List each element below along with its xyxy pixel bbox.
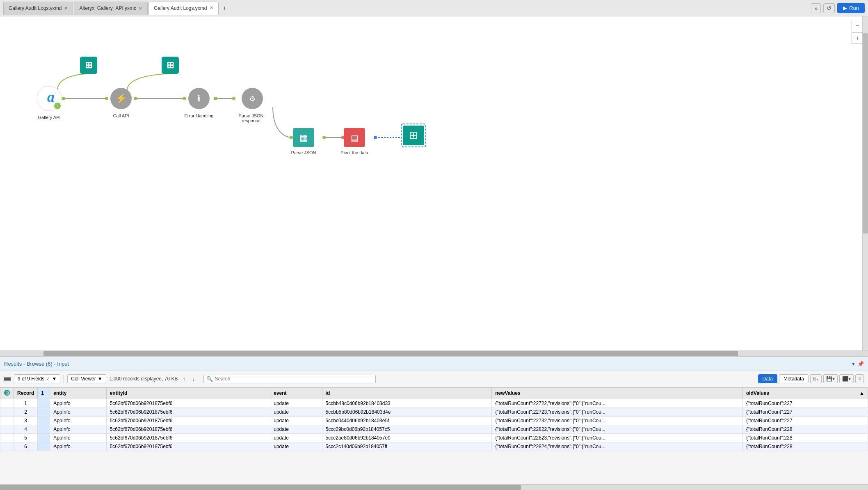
svg-text:⊞: ⊞ (5, 391, 9, 395)
cell-num (38, 442, 50, 451)
svg-point-10 (232, 97, 235, 100)
fields-count: 9 of 9 Fields (18, 376, 44, 382)
canvas-hscroll[interactable] (0, 350, 868, 356)
table-row[interactable]: 1 AppInfo 5c62bf670d06b9201875ebf6 updat… (0, 399, 868, 408)
svg-text:⚡: ⚡ (116, 93, 127, 104)
row-icon (0, 433, 14, 442)
cell-oldvalues: {"totalRunCount":227 (743, 399, 868, 408)
columns-button[interactable]: ≡ (855, 374, 864, 383)
tab-1[interactable]: Alteryx_Gallery_API.yxmc ✕ (74, 2, 148, 15)
export-button[interactable]: ⬛▾ (839, 374, 854, 383)
cell-entityid: 5c62bf670d06b9201875ebf6 (106, 442, 270, 451)
search-box[interactable]: 🔍 (203, 375, 376, 383)
cell-newvalues: {"totalRunCount":22824,"revisions":{"0":… (492, 442, 743, 451)
cell-viewer-selector[interactable]: Cell Viewer ▼ (67, 374, 106, 383)
copy-button[interactable]: ⎘▾ (810, 374, 822, 383)
svg-text:Parse JSON: Parse JSON (238, 113, 263, 118)
cell-entity: AppInfo (50, 408, 106, 416)
cell-oldvalues: {"totalRunCount":228 (743, 442, 868, 451)
cell-record: 4 (14, 425, 38, 433)
cell-event: update (270, 433, 322, 442)
tab-1-label: Alteryx_Gallery_API.yxmc (79, 5, 136, 11)
table-row[interactable]: 2 AppInfo 5c62bf670d06b9201875ebf6 updat… (0, 408, 868, 416)
cell-id: 5ccbc0440d06b92b18403e5f (322, 416, 492, 425)
cell-viewer-dropdown: ▼ (98, 376, 103, 382)
data-table-wrapper[interactable]: ⊞ Record 1 entity entityId event id newV… (0, 387, 868, 484)
bottom-hscroll[interactable] (0, 484, 868, 490)
svg-text:ℹ: ℹ (197, 94, 201, 103)
svg-point-11 (290, 136, 293, 139)
tab-0[interactable]: Gallery Audit Logs.yxmd ✕ (3, 2, 73, 15)
save-button[interactable]: 💾▾ (823, 374, 838, 383)
cell-newvalues: {"totalRunCount":22723,"revisions":{"0":… (492, 408, 743, 416)
error-handling-label: Error Handling (185, 113, 214, 118)
row-icon (0, 408, 14, 416)
pin-icon[interactable]: 📌 (857, 361, 864, 367)
cell-newvalues: {"totalRunCount":22732,"revisions":{"0":… (492, 416, 743, 425)
col-header-oldvalues[interactable]: oldValues ▲ (743, 387, 868, 399)
cell-newvalues: {"totalRunCount":22823,"revisions":{"0":… (492, 433, 743, 442)
cell-record: 5 (14, 433, 38, 442)
data-button[interactable]: Data (758, 374, 777, 383)
table-row[interactable]: 4 AppInfo 5c62bf670d06b9201875ebf6 updat… (0, 425, 868, 433)
zoom-plus-button[interactable]: + (852, 32, 863, 44)
tab-1-close[interactable]: ✕ (139, 6, 142, 11)
cell-id: 5ccbb48c0d06b92b18403d33 (322, 399, 492, 408)
col-header-event[interactable]: event (270, 387, 322, 399)
col-header-1: 1 (38, 387, 50, 399)
cell-id: 5ccc2c140d06b92b184057ff (322, 442, 492, 451)
data-toolbar: 9 of 9 Fields ✓ ▼ Cell Viewer ▼ 1,000 re… (0, 371, 868, 387)
col-header-id[interactable]: id (322, 387, 492, 399)
cell-entity: AppInfo (50, 399, 106, 408)
svg-text:⚙: ⚙ (249, 95, 256, 103)
data-meta-buttons: Data Metadata ⎘▾ 💾▾ ⬛▾ ≡ (758, 374, 864, 383)
tab-bar: Gallery Audit Logs.yxmd ✕ Alteryx_Galler… (0, 0, 868, 16)
tab-2-label: Gallery Audit Logs.yxmd (154, 5, 207, 11)
tab-2-close[interactable]: ✕ (210, 5, 213, 11)
search-input[interactable] (215, 376, 373, 382)
svg-text:⊞: ⊞ (409, 129, 418, 141)
svg-text:▤: ▤ (351, 133, 359, 142)
tab-bar-right: » ↺ ▶ Run (811, 3, 865, 13)
cell-num (38, 416, 50, 425)
search-icon: 🔍 (206, 376, 213, 382)
cell-event: update (270, 442, 322, 451)
cell-oldvalues: {"totalRunCount":227 (743, 416, 868, 425)
table-row[interactable]: 3 AppInfo 5c62bf670d06b9201875ebf6 updat… (0, 416, 868, 425)
tab-add-button[interactable]: + (219, 2, 230, 15)
cell-event: update (270, 416, 322, 425)
col-header-entity[interactable]: entity (50, 387, 106, 399)
cell-entity: AppInfo (50, 433, 106, 442)
metadata-button[interactable]: Metadata (779, 374, 809, 383)
cell-entityid: 5c62bf670d06b9201875ebf6 (106, 416, 270, 425)
col-header-entityid[interactable]: entityId (106, 387, 270, 399)
results-header-right: ▾ 📌 (852, 361, 864, 367)
svg-text:▦: ▦ (299, 133, 308, 143)
scroll-up-button[interactable]: ↑ (181, 375, 187, 383)
col-header-newvalues[interactable]: newValues (492, 387, 743, 399)
collapse-icon[interactable]: ▾ (852, 361, 855, 367)
gallery-api-label: Gallery API (38, 115, 60, 120)
run-button[interactable]: ▶ Run (837, 3, 865, 13)
cell-event: update (270, 399, 322, 408)
cell-id: 5ccbb5b80d06b92b18403d4e (322, 408, 492, 416)
tab-2[interactable]: Gallery Audit Logs.yxmd ✕ (148, 2, 218, 15)
grid-config-icon[interactable] (4, 377, 11, 381)
canvas-area: − + (0, 16, 868, 350)
cell-entityid: 5c62bf670d06b9201875ebf6 (106, 433, 270, 442)
table-row[interactable]: 6 AppInfo 5c62bf670d06b9201875ebf6 updat… (0, 442, 868, 451)
scroll-down-button[interactable]: ↓ (190, 375, 196, 383)
tab-0-close[interactable]: ✕ (64, 6, 68, 11)
call-api-label: Call API (113, 113, 129, 118)
cell-entity: AppInfo (50, 416, 106, 425)
history-button[interactable]: ↺ (823, 3, 835, 13)
row-icon (0, 399, 14, 408)
svg-point-6 (105, 97, 108, 100)
fields-selector[interactable]: 9 of 9 Fields ✓ ▼ (14, 374, 60, 383)
table-row[interactable]: 5 AppInfo 5c62bf670d06b9201875ebf6 updat… (0, 433, 868, 442)
overflow-button[interactable]: » (811, 3, 821, 13)
svg-point-12 (322, 136, 326, 139)
zoom-minus-button[interactable]: − (852, 20, 863, 31)
tab-0-label: Gallery Audit Logs.yxmd (9, 5, 62, 11)
fields-checkmark: ✓ (46, 376, 50, 382)
